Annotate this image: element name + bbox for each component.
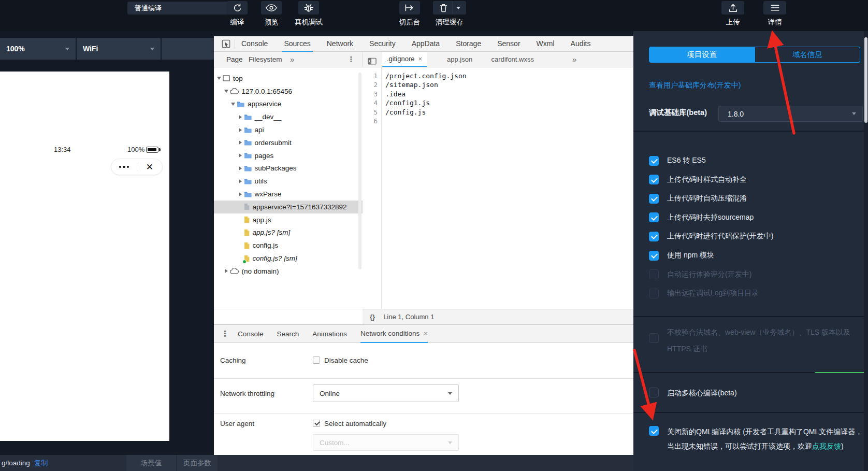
- details-button[interactable]: [763, 1, 786, 15]
- close-tab-icon[interactable]: ×: [418, 55, 422, 63]
- toolbar-button[interactable]: [433, 1, 466, 15]
- menu-icon: [770, 4, 780, 11]
- code-editor[interactable]: 123456 /project.config.json/sitemap.json…: [363, 67, 633, 309]
- panel-scrollbar-thumb[interactable]: [864, 37, 867, 123]
- drawer-tab-search[interactable]: Search: [277, 325, 299, 343]
- view-base-lib-link[interactable]: 查看用户基础库分布(开发中): [649, 81, 741, 90]
- tree-item-config-js-sm-[interactable]: config.js? [sm]: [214, 252, 363, 265]
- nav-kebab-menu-icon[interactable]: ⋮: [348, 52, 355, 67]
- option-checkbox[interactable]: [649, 232, 659, 241]
- select-automatically-checkbox[interactable]: [313, 420, 320, 427]
- option-checkbox[interactable]: [649, 194, 659, 204]
- toolbar-button[interactable]: [227, 1, 248, 15]
- tree-item-app-js-sm-[interactable]: app.js? [sm]: [214, 226, 363, 239]
- option-checkbox[interactable]: [649, 156, 659, 166]
- curly-brackets-icon[interactable]: {}: [370, 313, 375, 321]
- tabs-overflow-icon[interactable]: »: [572, 52, 576, 67]
- trash-dropdown-caret[interactable]: [453, 1, 463, 15]
- disable-cache-checkbox[interactable]: [313, 356, 320, 364]
- toolbar-button[interactable]: [399, 1, 420, 15]
- drawer-tab-network-conditions[interactable]: Network conditions×: [360, 325, 428, 343]
- upload-button[interactable]: [721, 1, 744, 15]
- tree-item-api[interactable]: api: [214, 123, 363, 136]
- zoom-dropdown[interactable]: 100%: [0, 38, 76, 60]
- scene-value-button[interactable]: 场景值: [126, 455, 176, 471]
- tab-filesystem[interactable]: Filesystem: [249, 52, 282, 67]
- file-tab-app-json[interactable]: app.json: [442, 52, 477, 67]
- collapsed-arrow-icon[interactable]: [239, 179, 242, 183]
- expanded-arrow-icon[interactable]: [231, 103, 235, 106]
- capsule-menu: ✕: [111, 159, 163, 175]
- devtools-tab-wxml[interactable]: Wxml: [534, 36, 557, 52]
- tree-item-utils[interactable]: utils: [214, 175, 363, 188]
- tree-item-wxParse[interactable]: wxParse: [214, 188, 363, 201]
- debug-lib-select[interactable]: 1.8.0: [718, 106, 863, 122]
- expanded-arrow-icon[interactable]: [217, 77, 221, 80]
- tree-item-app-js[interactable]: app.js: [214, 213, 363, 226]
- close-tab-icon[interactable]: ×: [424, 324, 428, 342]
- tree-item-subPackages[interactable]: subPackages: [214, 162, 363, 175]
- collapsed-arrow-icon[interactable]: [239, 115, 242, 119]
- nav-overflow-icon[interactable]: »: [290, 52, 294, 67]
- devtools-tab-network[interactable]: Network: [325, 36, 355, 52]
- devtools-tab-sources[interactable]: Sources: [282, 36, 312, 52]
- more-button[interactable]: [111, 159, 137, 175]
- simulator-statusbar: g/loading 复制 场景值 页面参数: [0, 455, 633, 471]
- option-checkbox[interactable]: [649, 269, 659, 279]
- line-number: 4: [363, 99, 381, 108]
- file-tab-cardifont-wxss[interactable]: cardifont.wxss: [487, 52, 539, 67]
- folder-icon: [244, 114, 252, 120]
- drawer-kebab-menu-icon[interactable]: ⋮: [221, 329, 229, 338]
- tree-scrollbar[interactable]: [358, 73, 361, 269]
- skip-domain-check-checkbox[interactable]: [649, 333, 659, 343]
- tree-item-127-0-0-1-65456[interactable]: 127.0.0.1:65456: [214, 85, 363, 98]
- tab-page[interactable]: Page: [226, 52, 243, 67]
- throttling-select[interactable]: Online: [313, 384, 459, 402]
- drawer-tab-animations[interactable]: Animations: [312, 325, 347, 343]
- toolbar-button[interactable]: [261, 1, 282, 15]
- option-checkbox[interactable]: [649, 212, 659, 222]
- collapsed-arrow-icon[interactable]: [239, 153, 242, 158]
- tree-item-ordersubmit[interactable]: ordersubmit: [214, 136, 363, 149]
- devtools-tab-security[interactable]: Security: [367, 36, 398, 52]
- tree-item-__dev__[interactable]: __dev__: [214, 110, 363, 123]
- toolbar-button[interactable]: [298, 1, 319, 15]
- devtools-tab-storage[interactable]: Storage: [454, 36, 483, 52]
- page-params-button[interactable]: 页面参数: [177, 455, 218, 471]
- tree-item-pages[interactable]: pages: [214, 149, 363, 162]
- option-checkbox[interactable]: [649, 289, 659, 298]
- tree-item-config-js[interactable]: config.js: [214, 239, 363, 252]
- drawer-tab-console[interactable]: Console: [238, 325, 264, 343]
- custom-user-agent-select[interactable]: Custom...: [313, 434, 459, 451]
- tree-item-appservice[interactable]: appservice: [214, 98, 363, 111]
- devtools-tab-appdata[interactable]: AppData: [410, 36, 442, 52]
- collapsed-arrow-icon[interactable]: [239, 166, 242, 170]
- tree-item-appservice-t-1571637332892[interactable]: appservice?t=1571637332892: [214, 201, 363, 213]
- feedback-link[interactable]: 点我反馈: [812, 442, 841, 450]
- tab-project-settings[interactable]: 项目设置: [649, 47, 755, 63]
- inspect-element-icon[interactable]: [219, 39, 233, 48]
- simulator-screen[interactable]: 13:34 100% ✕: [0, 72, 169, 441]
- simulator-extra-dropdown[interactable]: [162, 38, 214, 60]
- multicore-compile-checkbox[interactable]: [649, 388, 659, 397]
- qml-kernel-checkbox[interactable]: [649, 426, 659, 436]
- collapsed-arrow-icon[interactable]: [225, 269, 228, 273]
- cloud-icon: [230, 88, 239, 94]
- network-type-dropdown[interactable]: WiFi: [77, 38, 161, 60]
- collapsed-arrow-icon[interactable]: [239, 128, 242, 132]
- expanded-arrow-icon[interactable]: [224, 90, 228, 93]
- compile-mode-dropdown[interactable]: 普通编译: [127, 2, 237, 15]
- tree-item-top[interactable]: top: [214, 72, 363, 85]
- option-checkbox[interactable]: [649, 175, 659, 184]
- file-tab--gitignore[interactable]: .gitignore×: [382, 52, 427, 67]
- devtools-tab-console[interactable]: Console: [239, 36, 270, 52]
- close-miniprogram-button[interactable]: ✕: [137, 159, 163, 175]
- collapsed-arrow-icon[interactable]: [239, 140, 242, 145]
- collapsed-arrow-icon[interactable]: [239, 192, 242, 196]
- copy-path-link[interactable]: 复制: [34, 459, 48, 468]
- option-checkbox[interactable]: [649, 251, 659, 261]
- tab-domain-info[interactable]: 域名信息: [755, 47, 861, 63]
- devtools-tab-audits[interactable]: Audits: [569, 36, 593, 52]
- devtools-tab-sensor[interactable]: Sensor: [495, 36, 522, 52]
- tree-item--no-domain-[interactable]: (no domain): [214, 265, 363, 278]
